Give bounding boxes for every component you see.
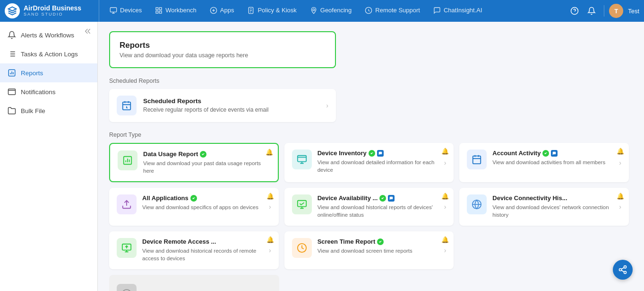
account-activity-icon-box <box>467 150 487 169</box>
sidebar-item-tasks-action-logs[interactable]: Tasks & Action Logs <box>0 44 97 63</box>
device-connectivity-title: Device Connectivity His... <box>492 194 613 202</box>
nav-item-apps[interactable]: Apps <box>203 0 241 22</box>
layout: Alerts & Workflows Tasks & Action Logs R… <box>0 0 644 291</box>
scheduled-reports-section-label: Scheduled Reports <box>109 78 633 84</box>
sidebar-item-bulk-file[interactable]: Bulk File <box>0 101 97 120</box>
nav-item-geofencing[interactable]: Geofencing <box>303 0 359 22</box>
scheduled-reports-icon <box>121 100 132 111</box>
report-card-device-availability[interactable]: Device Availability ... View and downloa… <box>284 188 454 226</box>
sidebar: Alerts & Workflows Tasks & Action Logs R… <box>0 22 98 291</box>
all-applications-bell-icon: 🔔 <box>266 193 274 200</box>
svg-rect-25 <box>473 156 481 164</box>
sidebar-label-tasks-action-logs: Tasks & Action Logs <box>21 51 78 58</box>
nav-divider <box>604 5 604 17</box>
reports-header-title: Reports <box>120 41 326 50</box>
account-activity-bell-icon: 🔔 <box>617 148 624 155</box>
account-activity-blue-badge <box>551 150 558 157</box>
nav-label-geofencing: Geofencing <box>320 7 352 14</box>
notification-icon-btn[interactable] <box>584 3 599 18</box>
main-content: Reports View and download your data usag… <box>98 22 644 291</box>
nav-label-remote-support: Remote Support <box>375 7 420 14</box>
nav-label-devices: Devices <box>120 7 142 14</box>
svg-line-41 <box>621 267 624 269</box>
user-avatar[interactable]: T <box>609 4 623 18</box>
account-activity-body: Account Activity View and download activ… <box>492 150 613 166</box>
screen-time-icon-box <box>292 238 312 258</box>
sidebar-label-bulk-file: Bulk File <box>21 107 45 115</box>
nav-label-workbench: Workbench <box>165 7 197 14</box>
screen-time-title: Screen Time Report <box>318 238 438 245</box>
report-card-device-inventory[interactable]: Device Inventory View and download detai… <box>284 143 454 182</box>
help-icon-btn[interactable] <box>567 3 582 18</box>
scheduled-reports-card[interactable]: Scheduled Reports Receive regular report… <box>109 89 336 122</box>
device-remote-access-title: Device Remote Access ... <box>142 238 263 245</box>
report-card-data-usage[interactable]: Data Usage Report View and download your… <box>109 143 279 182</box>
all-applications-body: All Applications View and download speci… <box>142 194 263 211</box>
svg-rect-4 <box>160 11 162 13</box>
svg-point-39 <box>624 271 627 273</box>
all-applications-icon <box>121 199 132 210</box>
svg-rect-18 <box>123 102 131 110</box>
data-usage-bell-icon: 🔔 <box>266 149 273 156</box>
nav-item-remote-support[interactable]: Remote Support <box>358 0 427 22</box>
report-card-device-remote-access[interactable]: Device Remote Access ... View and downlo… <box>109 231 279 269</box>
screen-time-body: Screen Time Report View and download scr… <box>318 238 438 255</box>
device-connectivity-body: Device Connectivity His... View and down… <box>492 194 613 219</box>
device-availability-icon <box>297 199 307 210</box>
nav-item-devices[interactable]: Devices <box>103 0 148 22</box>
share-fab-button[interactable] <box>613 260 633 280</box>
account-activity-desc: View and download activities from all me… <box>492 159 613 166</box>
nav-item-workbench[interactable]: Workbench <box>148 0 203 22</box>
device-availability-green-badge <box>379 195 386 202</box>
sidebar-label-alerts-workflows: Alerts & Workflows <box>21 32 74 39</box>
device-inventory-green-badge <box>369 150 375 157</box>
logo-icon <box>5 3 20 18</box>
device-inventory-body: Device Inventory View and download detai… <box>318 150 438 174</box>
nav-label-apps: Apps <box>220 7 234 14</box>
svg-rect-30 <box>297 201 306 207</box>
device-remote-access-desc: View and download historical records of … <box>142 247 263 262</box>
device-availability-icon-box <box>292 194 312 214</box>
device-availability-bell-icon: 🔔 <box>441 193 449 200</box>
account-activity-green-badge <box>542 150 549 157</box>
coming-soon-icon-svg <box>121 289 132 291</box>
top-nav: AirDroid Business SAND STUDIO Devices Wo… <box>0 0 644 22</box>
screen-time-icon <box>297 243 307 253</box>
nav-item-chatinsight[interactable]: ChatInsight.AI <box>427 0 489 22</box>
account-activity-chevron: › <box>619 159 621 167</box>
device-availability-chevron: › <box>444 203 447 211</box>
data-usage-icon <box>122 155 133 166</box>
report-card-screen-time[interactable]: Screen Time Report View and download scr… <box>284 231 454 269</box>
device-connectivity-icon-box <box>467 194 487 214</box>
sidebar-item-notifications[interactable]: Notifications <box>0 82 97 101</box>
svg-point-38 <box>619 269 622 271</box>
device-inventory-desc: View and download detailed information f… <box>318 159 438 174</box>
nav-label-policy-kiosk: Policy & Kiosk <box>258 7 296 14</box>
brand-sub: SAND STUDIO <box>24 12 81 17</box>
report-card-device-connectivity[interactable]: Device Connectivity His... View and down… <box>459 188 629 226</box>
screen-time-green-badge <box>377 238 384 245</box>
device-inventory-blue-badge <box>377 150 384 157</box>
report-grid: Data Usage Report View and download your… <box>109 143 629 269</box>
svg-point-37 <box>624 266 627 268</box>
scheduled-reports-text: Scheduled Reports Receive regular report… <box>143 97 319 114</box>
svg-rect-1 <box>156 8 158 10</box>
all-applications-title: All Applications <box>142 194 263 202</box>
all-applications-green-badge <box>190 195 197 202</box>
report-card-all-applications[interactable]: All Applications View and download speci… <box>109 188 279 226</box>
report-card-account-activity[interactable]: Account Activity View and download activ… <box>459 143 629 182</box>
sidebar-item-reports[interactable]: Reports <box>0 63 97 82</box>
svg-point-6 <box>313 9 315 10</box>
nav-label-chatinsight: ChatInsight.AI <box>444 7 482 14</box>
scheduled-reports-icon-box <box>117 96 137 115</box>
device-connectivity-desc: View and download devices' network conne… <box>492 203 613 219</box>
scheduled-reports-chevron: › <box>326 102 328 109</box>
sidebar-collapse-btn[interactable] <box>83 26 93 36</box>
user-name[interactable]: Test <box>628 8 639 15</box>
svg-rect-2 <box>160 8 162 10</box>
account-activity-icon <box>472 154 482 165</box>
nav-item-policy-kiosk[interactable]: Policy & Kiosk <box>240 0 303 22</box>
device-connectivity-bell-icon: 🔔 <box>617 193 624 200</box>
data-usage-icon-box <box>118 150 137 170</box>
data-usage-body: Data Usage Report View and download your… <box>143 150 270 175</box>
